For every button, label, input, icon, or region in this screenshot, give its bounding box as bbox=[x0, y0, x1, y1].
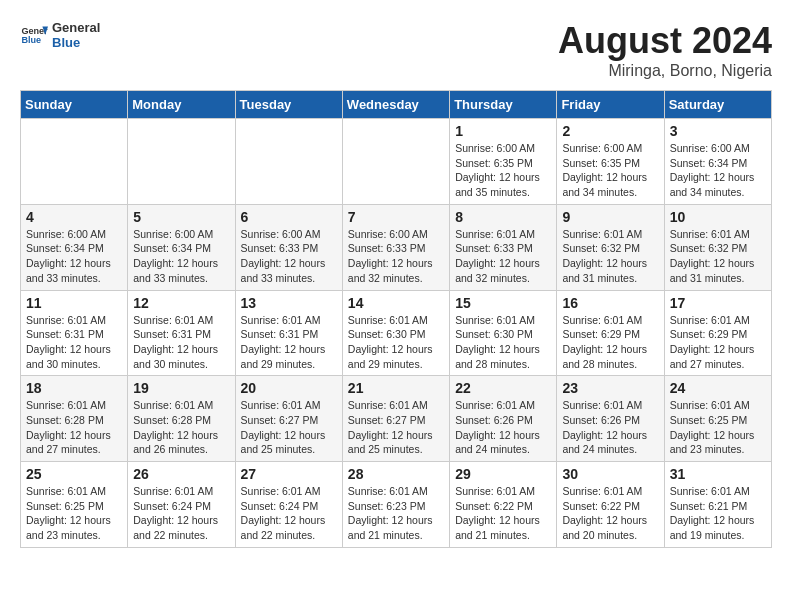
calendar-cell: 31Sunrise: 6:01 AM Sunset: 6:21 PM Dayli… bbox=[664, 462, 771, 548]
weekday-header-monday: Monday bbox=[128, 91, 235, 119]
calendar-cell: 23Sunrise: 6:01 AM Sunset: 6:26 PM Dayli… bbox=[557, 376, 664, 462]
calendar-table: SundayMondayTuesdayWednesdayThursdayFrid… bbox=[20, 90, 772, 548]
day-info: Sunrise: 6:00 AM Sunset: 6:34 PM Dayligh… bbox=[26, 227, 122, 286]
day-number: 28 bbox=[348, 466, 444, 482]
calendar-cell: 25Sunrise: 6:01 AM Sunset: 6:25 PM Dayli… bbox=[21, 462, 128, 548]
calendar-cell: 24Sunrise: 6:01 AM Sunset: 6:25 PM Dayli… bbox=[664, 376, 771, 462]
logo-icon: General Blue bbox=[20, 21, 48, 49]
logo-general: General bbox=[52, 20, 100, 35]
day-number: 3 bbox=[670, 123, 766, 139]
day-number: 24 bbox=[670, 380, 766, 396]
week-row-3: 11Sunrise: 6:01 AM Sunset: 6:31 PM Dayli… bbox=[21, 290, 772, 376]
day-info: Sunrise: 6:01 AM Sunset: 6:33 PM Dayligh… bbox=[455, 227, 551, 286]
day-info: Sunrise: 6:01 AM Sunset: 6:29 PM Dayligh… bbox=[670, 313, 766, 372]
day-info: Sunrise: 6:01 AM Sunset: 6:25 PM Dayligh… bbox=[26, 484, 122, 543]
week-row-4: 18Sunrise: 6:01 AM Sunset: 6:28 PM Dayli… bbox=[21, 376, 772, 462]
calendar-cell: 15Sunrise: 6:01 AM Sunset: 6:30 PM Dayli… bbox=[450, 290, 557, 376]
calendar-cell: 3Sunrise: 6:00 AM Sunset: 6:34 PM Daylig… bbox=[664, 119, 771, 205]
day-info: Sunrise: 6:01 AM Sunset: 6:27 PM Dayligh… bbox=[241, 398, 337, 457]
day-number: 22 bbox=[455, 380, 551, 396]
calendar-cell: 4Sunrise: 6:00 AM Sunset: 6:34 PM Daylig… bbox=[21, 204, 128, 290]
calendar-cell bbox=[21, 119, 128, 205]
day-info: Sunrise: 6:01 AM Sunset: 6:32 PM Dayligh… bbox=[562, 227, 658, 286]
day-info: Sunrise: 6:01 AM Sunset: 6:31 PM Dayligh… bbox=[241, 313, 337, 372]
calendar-cell: 19Sunrise: 6:01 AM Sunset: 6:28 PM Dayli… bbox=[128, 376, 235, 462]
day-number: 21 bbox=[348, 380, 444, 396]
calendar-cell: 27Sunrise: 6:01 AM Sunset: 6:24 PM Dayli… bbox=[235, 462, 342, 548]
weekday-header-row: SundayMondayTuesdayWednesdayThursdayFrid… bbox=[21, 91, 772, 119]
day-number: 15 bbox=[455, 295, 551, 311]
calendar-cell: 7Sunrise: 6:00 AM Sunset: 6:33 PM Daylig… bbox=[342, 204, 449, 290]
weekday-header-sunday: Sunday bbox=[21, 91, 128, 119]
day-number: 5 bbox=[133, 209, 229, 225]
day-number: 7 bbox=[348, 209, 444, 225]
calendar-cell: 14Sunrise: 6:01 AM Sunset: 6:30 PM Dayli… bbox=[342, 290, 449, 376]
week-row-2: 4Sunrise: 6:00 AM Sunset: 6:34 PM Daylig… bbox=[21, 204, 772, 290]
day-info: Sunrise: 6:01 AM Sunset: 6:24 PM Dayligh… bbox=[241, 484, 337, 543]
day-number: 4 bbox=[26, 209, 122, 225]
day-number: 19 bbox=[133, 380, 229, 396]
day-info: Sunrise: 6:01 AM Sunset: 6:32 PM Dayligh… bbox=[670, 227, 766, 286]
weekday-header-tuesday: Tuesday bbox=[235, 91, 342, 119]
day-info: Sunrise: 6:01 AM Sunset: 6:22 PM Dayligh… bbox=[455, 484, 551, 543]
day-info: Sunrise: 6:01 AM Sunset: 6:28 PM Dayligh… bbox=[26, 398, 122, 457]
calendar-cell: 29Sunrise: 6:01 AM Sunset: 6:22 PM Dayli… bbox=[450, 462, 557, 548]
day-info: Sunrise: 6:01 AM Sunset: 6:26 PM Dayligh… bbox=[455, 398, 551, 457]
day-info: Sunrise: 6:00 AM Sunset: 6:33 PM Dayligh… bbox=[241, 227, 337, 286]
day-number: 27 bbox=[241, 466, 337, 482]
calendar-cell: 9Sunrise: 6:01 AM Sunset: 6:32 PM Daylig… bbox=[557, 204, 664, 290]
day-number: 18 bbox=[26, 380, 122, 396]
calendar-cell: 17Sunrise: 6:01 AM Sunset: 6:29 PM Dayli… bbox=[664, 290, 771, 376]
calendar-cell: 22Sunrise: 6:01 AM Sunset: 6:26 PM Dayli… bbox=[450, 376, 557, 462]
day-info: Sunrise: 6:01 AM Sunset: 6:29 PM Dayligh… bbox=[562, 313, 658, 372]
calendar-cell: 28Sunrise: 6:01 AM Sunset: 6:23 PM Dayli… bbox=[342, 462, 449, 548]
day-info: Sunrise: 6:01 AM Sunset: 6:30 PM Dayligh… bbox=[455, 313, 551, 372]
day-info: Sunrise: 6:00 AM Sunset: 6:35 PM Dayligh… bbox=[455, 141, 551, 200]
day-info: Sunrise: 6:01 AM Sunset: 6:28 PM Dayligh… bbox=[133, 398, 229, 457]
day-info: Sunrise: 6:01 AM Sunset: 6:31 PM Dayligh… bbox=[133, 313, 229, 372]
day-info: Sunrise: 6:00 AM Sunset: 6:35 PM Dayligh… bbox=[562, 141, 658, 200]
calendar-cell: 13Sunrise: 6:01 AM Sunset: 6:31 PM Dayli… bbox=[235, 290, 342, 376]
weekday-header-wednesday: Wednesday bbox=[342, 91, 449, 119]
day-number: 16 bbox=[562, 295, 658, 311]
calendar-cell: 30Sunrise: 6:01 AM Sunset: 6:22 PM Dayli… bbox=[557, 462, 664, 548]
weekday-header-thursday: Thursday bbox=[450, 91, 557, 119]
calendar-cell bbox=[128, 119, 235, 205]
day-info: Sunrise: 6:01 AM Sunset: 6:23 PM Dayligh… bbox=[348, 484, 444, 543]
day-number: 30 bbox=[562, 466, 658, 482]
day-number: 11 bbox=[26, 295, 122, 311]
calendar-cell: 20Sunrise: 6:01 AM Sunset: 6:27 PM Dayli… bbox=[235, 376, 342, 462]
day-number: 25 bbox=[26, 466, 122, 482]
calendar-cell: 18Sunrise: 6:01 AM Sunset: 6:28 PM Dayli… bbox=[21, 376, 128, 462]
day-number: 1 bbox=[455, 123, 551, 139]
day-number: 2 bbox=[562, 123, 658, 139]
day-info: Sunrise: 6:01 AM Sunset: 6:27 PM Dayligh… bbox=[348, 398, 444, 457]
day-info: Sunrise: 6:01 AM Sunset: 6:25 PM Dayligh… bbox=[670, 398, 766, 457]
day-info: Sunrise: 6:01 AM Sunset: 6:30 PM Dayligh… bbox=[348, 313, 444, 372]
day-info: Sunrise: 6:00 AM Sunset: 6:33 PM Dayligh… bbox=[348, 227, 444, 286]
day-info: Sunrise: 6:01 AM Sunset: 6:24 PM Dayligh… bbox=[133, 484, 229, 543]
day-number: 6 bbox=[241, 209, 337, 225]
day-number: 29 bbox=[455, 466, 551, 482]
location-subtitle: Miringa, Borno, Nigeria bbox=[558, 62, 772, 80]
svg-text:Blue: Blue bbox=[21, 35, 41, 45]
day-number: 12 bbox=[133, 295, 229, 311]
day-number: 17 bbox=[670, 295, 766, 311]
day-number: 10 bbox=[670, 209, 766, 225]
calendar-cell: 16Sunrise: 6:01 AM Sunset: 6:29 PM Dayli… bbox=[557, 290, 664, 376]
week-row-5: 25Sunrise: 6:01 AM Sunset: 6:25 PM Dayli… bbox=[21, 462, 772, 548]
day-info: Sunrise: 6:01 AM Sunset: 6:26 PM Dayligh… bbox=[562, 398, 658, 457]
day-number: 13 bbox=[241, 295, 337, 311]
day-number: 31 bbox=[670, 466, 766, 482]
day-number: 26 bbox=[133, 466, 229, 482]
logo: General Blue General Blue bbox=[20, 20, 100, 50]
calendar-cell bbox=[342, 119, 449, 205]
day-number: 14 bbox=[348, 295, 444, 311]
month-year-title: August 2024 bbox=[558, 20, 772, 62]
calendar-cell: 12Sunrise: 6:01 AM Sunset: 6:31 PM Dayli… bbox=[128, 290, 235, 376]
day-info: Sunrise: 6:01 AM Sunset: 6:31 PM Dayligh… bbox=[26, 313, 122, 372]
weekday-header-saturday: Saturday bbox=[664, 91, 771, 119]
day-info: Sunrise: 6:01 AM Sunset: 6:21 PM Dayligh… bbox=[670, 484, 766, 543]
page-header: General Blue General Blue August 2024 Mi… bbox=[20, 20, 772, 80]
calendar-cell: 1Sunrise: 6:00 AM Sunset: 6:35 PM Daylig… bbox=[450, 119, 557, 205]
